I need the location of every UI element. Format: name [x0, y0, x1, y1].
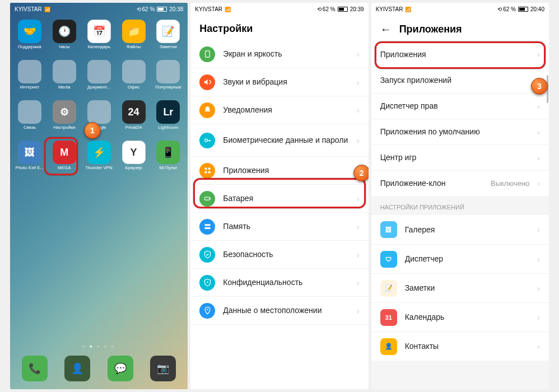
row-label: Память: [223, 221, 349, 231]
chevron-right-icon: ›: [357, 278, 360, 287]
back-button[interactable]: ←: [380, 23, 392, 36]
app-mi-пульт[interactable]: 📱Mi Пульт: [152, 141, 184, 179]
apps-row[interactable]: Запуск приложений›: [371, 67, 549, 93]
app-icon: 📅: [87, 20, 111, 43]
app-часы[interactable]: 🕐Часы: [48, 20, 81, 58]
battery-icon: [518, 7, 528, 12]
app-icon: ⚙: [53, 100, 76, 124]
app-label: Privat24: [125, 125, 142, 130]
settings-row-location[interactable]: Данные о местоположении›: [190, 297, 368, 325]
app-icon: M: [53, 141, 76, 164]
folder-icon: [18, 100, 41, 124]
app-документ-[interactable]: Документ...: [83, 60, 115, 98]
settings-row-privacy[interactable]: Конфиденциальность›: [190, 269, 368, 297]
dock-camera[interactable]: 📷: [150, 356, 176, 381]
app-популярные[interactable]: Популярные: [152, 60, 184, 98]
app-интернет[interactable]: Интернет: [13, 60, 46, 98]
app-icon: 📁: [122, 20, 146, 43]
app-icon: 📝: [156, 20, 180, 43]
app-settings-row[interactable]: 🖼Галерея›: [371, 215, 549, 244]
app-label: Интернет: [20, 85, 39, 90]
row-value: Выключено: [491, 179, 529, 188]
svg-rect-6: [204, 197, 209, 200]
app-label: Media: [58, 85, 71, 90]
app-офис[interactable]: Офис: [118, 60, 150, 98]
app-настройки[interactable]: ⚙Настройки: [48, 100, 81, 138]
status-bar: KYIVSTAR ⟲ 62 % 20:38: [10, 3, 188, 15]
chevron-right-icon: ›: [537, 153, 540, 162]
settings-row-display[interactable]: Экран и яркость›: [190, 40, 368, 68]
apps-row[interactable]: Приложения по умолчанию›: [371, 119, 549, 144]
chevron-right-icon: ›: [537, 225, 540, 234]
dock-contacts[interactable]: 👤: [64, 356, 90, 381]
apps-row[interactable]: Диспетчер прав›: [371, 93, 549, 119]
svg-rect-2: [204, 168, 207, 170]
contacts-icon: 👤: [64, 356, 90, 381]
app-settings-row[interactable]: 📝Заметки›: [371, 273, 549, 302]
app-mega[interactable]: MMEGA: [48, 141, 81, 179]
settings-list[interactable]: 2 Экран и яркость›Звуки и вибрация›Уведо…: [190, 40, 368, 389]
apps-row[interactable]: Приложение-клонВыключено›: [371, 170, 549, 196]
folder-icon: [87, 100, 111, 124]
dock-messages[interactable]: 💬: [108, 356, 133, 381]
chevron-right-icon: ›: [537, 128, 540, 137]
settings-row-sound[interactable]: Звуки и вибрация›: [190, 68, 368, 96]
app-label: Популярные: [155, 85, 181, 90]
app-media[interactable]: Media: [48, 60, 81, 98]
settings-row-battery[interactable]: Батарея›: [190, 185, 368, 213]
app-icon: 🖼: [18, 141, 41, 164]
app-lightroom[interactable]: LrLightroom: [152, 100, 184, 138]
app-связь[interactable]: Связь: [13, 100, 46, 138]
settings-row-key[interactable]: Биометрические данные и пароли›: [190, 124, 368, 157]
row-label: Галерея: [405, 225, 530, 235]
clock-label: 20:38: [169, 6, 183, 12]
app-settings-row[interactable]: 👤Контакты›: [371, 332, 549, 361]
rotate-icon: ⟲: [137, 6, 141, 12]
home-app-grid: 🤝Поддержка🕐Часы📅Календарь📁Файлы📝ЗаметкиИ…: [10, 15, 188, 342]
page-title: Приложения: [399, 24, 462, 35]
app-label: Поддержка: [18, 44, 41, 49]
key-icon: [199, 133, 215, 148]
app-заметки[interactable]: 📝Заметки: [152, 20, 184, 58]
chevron-right-icon: ›: [537, 342, 540, 351]
chevron-right-icon: ›: [537, 50, 540, 59]
apps-row[interactable]: Приложения›: [371, 41, 549, 67]
apps-list[interactable]: Приложения›Запуск приложений›Диспетчер п…: [371, 41, 549, 389]
apps-row[interactable]: Центр игр›: [371, 144, 549, 170]
app-photo-exif-e-[interactable]: 🖼Photo Exif E...: [13, 141, 46, 179]
svg-rect-7: [210, 198, 211, 199]
settings-header: Настройки: [190, 15, 368, 40]
dock-phone[interactable]: 📞: [22, 356, 48, 381]
status-bar: KYIVSTAR ⟲ 62 % 20:39: [190, 3, 368, 15]
row-label: Заметки: [405, 283, 530, 293]
settings-row-bell[interactable]: Уведомления›: [190, 96, 368, 124]
chevron-right-icon: ›: [357, 78, 360, 87]
chevron-right-icon: ›: [357, 136, 360, 145]
folder-icon: [156, 60, 180, 83]
phone-icon: 📞: [22, 356, 48, 381]
chevron-right-icon: ›: [537, 313, 540, 322]
signal-icon: [405, 6, 411, 12]
app-браузер[interactable]: YБраузер: [118, 141, 150, 179]
app-icon: Y: [122, 141, 146, 164]
app-файлы[interactable]: 📁Файлы: [118, 20, 150, 58]
row-label: Центр игр: [380, 152, 530, 162]
row-label: Приложения по умолчанию: [380, 127, 530, 137]
settings-row-shield[interactable]: Безопасность›: [190, 241, 368, 269]
carrier-label: KYIVSTAR: [15, 6, 42, 12]
app-settings-row[interactable]: 31Календарь›: [371, 302, 549, 332]
app-settings-row[interactable]: 🛡Диспетчер›: [371, 244, 549, 273]
battery-icon: [338, 7, 348, 12]
app-календарь[interactable]: 📅Календарь: [83, 20, 115, 58]
app-поддержка[interactable]: 🤝Поддержка: [13, 20, 46, 58]
app-label: Браузер: [125, 165, 142, 170]
messages-icon: 💬: [108, 356, 133, 381]
settings-row-apps[interactable]: Приложения›: [190, 157, 368, 185]
app-icon: 🤝: [18, 20, 41, 43]
row-label: Приложения: [380, 49, 530, 59]
app-privat24[interactable]: 24Privat24: [118, 100, 150, 138]
app-thunder-vpn[interactable]: ⚡Thunder VPN: [83, 141, 115, 179]
clock-label: 20:39: [350, 6, 364, 12]
settings-row-storage[interactable]: Память›: [190, 213, 368, 241]
chevron-right-icon: ›: [537, 179, 540, 188]
